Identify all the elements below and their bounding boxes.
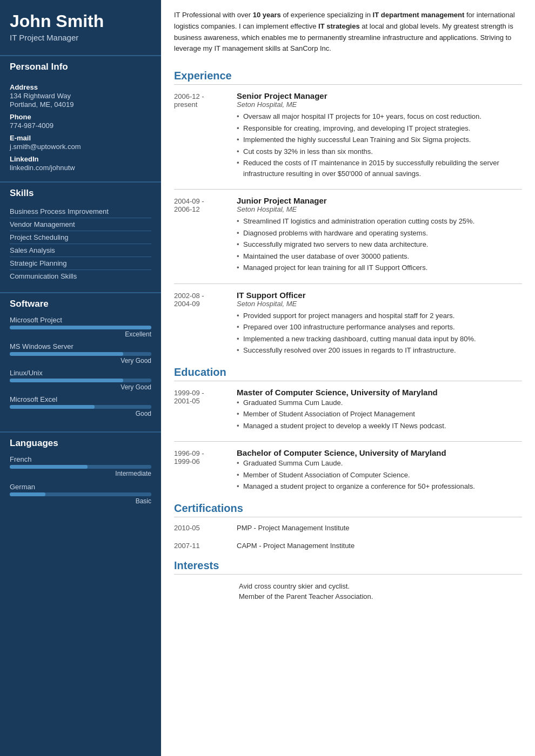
summary: IT Professional with over 10 years of ex… bbox=[174, 10, 522, 61]
language-name: French bbox=[10, 455, 151, 463]
linkedin-value: linkedin.com/johnutw bbox=[10, 164, 151, 172]
bullet-item: Graduated Summa Cum Laude. bbox=[237, 397, 522, 409]
bullet-item: Streamlined IT logistics and administrat… bbox=[237, 215, 522, 227]
entry-org: Seton Hospital, ME bbox=[237, 300, 522, 308]
education-entry: 1999-09 -2001-05 Master of Computer Scie… bbox=[174, 388, 522, 432]
software-bar-label: Good bbox=[10, 410, 151, 417]
entry-bullets: Oversaw all major hospital IT projects f… bbox=[237, 111, 522, 179]
bullet-item: Managed a student project to organize a … bbox=[237, 481, 522, 492]
entry-date: 1996-09 -1999-06 bbox=[174, 448, 228, 492]
cert-name: PMP - Project Management Institute bbox=[237, 524, 350, 532]
software-content: Microsoft Project Excellent MS Windows S… bbox=[0, 313, 161, 417]
entry-content: Bachelor of Computer Science, University… bbox=[237, 448, 522, 492]
entry-title: Senior Project Manager bbox=[237, 91, 522, 100]
bullet-item: Diagnosed problems with hardware and ope… bbox=[237, 227, 522, 239]
bullet-item: Responsible for creating, improving, and… bbox=[237, 123, 522, 134]
personal-info-section: Personal Info Address 134 Rightward Way … bbox=[0, 55, 161, 177]
email-value: j.smith@uptowork.com bbox=[10, 143, 151, 151]
bullet-item: Member of Student Association of Project… bbox=[237, 408, 522, 420]
software-name: Linux/Unix bbox=[10, 369, 151, 377]
cert-entry: 2010-05 PMP - Project Management Institu… bbox=[174, 524, 522, 532]
personal-info-content: Address 134 Rightward Way Portland, ME, … bbox=[0, 76, 161, 172]
certifications-section: Certifications 2010-05 PMP - Project Man… bbox=[174, 502, 522, 550]
entry-content: Senior Project Manager Seton Hospital, M… bbox=[237, 91, 522, 179]
sidebar-header: John Smith IT Project Manager bbox=[0, 0, 161, 51]
interest-item: Avid cross country skier and cyclist. bbox=[239, 581, 522, 591]
entry-content: Master of Computer Science, University o… bbox=[237, 388, 522, 432]
language-bar-container bbox=[10, 465, 151, 469]
software-title: Software bbox=[0, 292, 161, 313]
language-item: German Basic bbox=[10, 483, 151, 505]
bullet-item: Maintained the user database of over 300… bbox=[237, 251, 522, 262]
software-name: MS Windows Server bbox=[10, 342, 151, 350]
bullet-item: Implemented the highly successful Lean T… bbox=[237, 134, 522, 146]
software-item: Linux/Unix Very Good bbox=[10, 369, 151, 391]
entry-org: Seton Hospital, ME bbox=[237, 205, 522, 213]
interests-title: Interests bbox=[174, 559, 522, 575]
entry-org: Seton Hospital, ME bbox=[237, 100, 522, 109]
interest-item: Member of the Parent Teacher Association… bbox=[239, 591, 522, 602]
interests-section: Interests Avid cross country skier and c… bbox=[174, 559, 522, 602]
skills-section: Skills Business Process ImprovementVendo… bbox=[0, 181, 161, 288]
entry-content: Junior Project Manager Seton Hospital, M… bbox=[237, 196, 522, 274]
phone-value: 774-987-4009 bbox=[10, 122, 151, 130]
experience-list: 2006-12 -present Senior Project Manager … bbox=[174, 91, 522, 356]
bullet-item: Successfully migrated two servers to new… bbox=[237, 239, 522, 251]
address-line1: 134 Rightward Way bbox=[10, 92, 151, 100]
entry-title: Junior Project Manager bbox=[237, 196, 522, 205]
bullet-item: Member of Student Association of Compute… bbox=[237, 469, 522, 481]
bullet-item: Successfully resolved over 200 issues in… bbox=[237, 345, 522, 356]
languages-title: Languages bbox=[0, 431, 161, 452]
software-item: Microsoft Project Excellent bbox=[10, 316, 151, 338]
language-bar-fill bbox=[10, 465, 88, 469]
languages-section: Languages French Intermediate German Bas… bbox=[0, 431, 161, 516]
software-name: Microsoft Excel bbox=[10, 395, 151, 403]
cert-name: CAPM - Project Management Institute bbox=[237, 542, 355, 550]
entry-title: Master of Computer Science, University o… bbox=[237, 388, 522, 397]
software-bar-container bbox=[10, 352, 151, 356]
bullet-item: Prepared over 100 infrastructure perform… bbox=[237, 321, 522, 333]
software-bar-fill bbox=[10, 326, 151, 329]
software-bar-container bbox=[10, 326, 151, 329]
bullet-item: Managed project for lean training for al… bbox=[237, 262, 522, 274]
language-bar-fill bbox=[10, 492, 45, 496]
skill-item: Sales Analysis bbox=[10, 244, 151, 257]
entry-content: IT Support Officer Seton Hospital, ME Pr… bbox=[237, 291, 522, 356]
certifications-title: Certifications bbox=[174, 502, 522, 517]
bullet-item: Oversaw all major hospital IT projects f… bbox=[237, 111, 522, 123]
cert-entry: 2007-11 CAPM - Project Management Instit… bbox=[174, 542, 522, 550]
main-content: IT Professional with over 10 years of ex… bbox=[161, 0, 535, 756]
experience-section: Experience 2006-12 -present Senior Proje… bbox=[174, 70, 522, 356]
entry-bullets: Provided support for project managers an… bbox=[237, 310, 522, 356]
entry-title: Bachelor of Computer Science, University… bbox=[237, 448, 522, 457]
cert-list: 2010-05 PMP - Project Management Institu… bbox=[174, 524, 522, 550]
language-level-label: Basic bbox=[10, 497, 151, 505]
email-label: E-mail bbox=[10, 134, 151, 142]
entry-date: 2004-09 -2006-12 bbox=[174, 196, 228, 274]
interests-list: Avid cross country skier and cyclist.Mem… bbox=[239, 581, 522, 602]
bullet-item: Reduced the costs of IT maintenance in 2… bbox=[237, 157, 522, 179]
job-title: IT Project Manager bbox=[10, 33, 151, 42]
skill-item: Strategic Planning bbox=[10, 257, 151, 270]
languages-content: French Intermediate German Basic bbox=[0, 452, 161, 505]
software-bar-label: Excellent bbox=[10, 330, 151, 338]
software-bar-label: Very Good bbox=[10, 383, 151, 391]
software-bar-fill bbox=[10, 379, 123, 382]
experience-entry: 2002-08 -2004-09 IT Support Officer Seto… bbox=[174, 291, 522, 356]
skills-title: Skills bbox=[0, 181, 161, 202]
entry-bullets: Graduated Summa Cum Laude.Member of Stud… bbox=[237, 397, 522, 432]
skill-item: Project Scheduling bbox=[10, 231, 151, 244]
personal-info-title: Personal Info bbox=[0, 55, 161, 76]
bullet-item: Provided support for project managers an… bbox=[237, 310, 522, 322]
bullet-item: Managed a student project to develop a w… bbox=[237, 420, 522, 432]
entry-bullets: Graduated Summa Cum Laude.Member of Stud… bbox=[237, 457, 522, 492]
entry-title: IT Support Officer bbox=[237, 291, 522, 300]
language-level-label: Intermediate bbox=[10, 470, 151, 477]
software-bar-container bbox=[10, 379, 151, 382]
entry-date: 2006-12 -present bbox=[174, 91, 228, 179]
software-bar-fill bbox=[10, 352, 123, 356]
language-name: German bbox=[10, 483, 151, 491]
entry-date: 1999-09 -2001-05 bbox=[174, 388, 228, 432]
software-section: Software Microsoft Project Excellent MS … bbox=[0, 292, 161, 427]
software-bar-label: Very Good bbox=[10, 357, 151, 364]
